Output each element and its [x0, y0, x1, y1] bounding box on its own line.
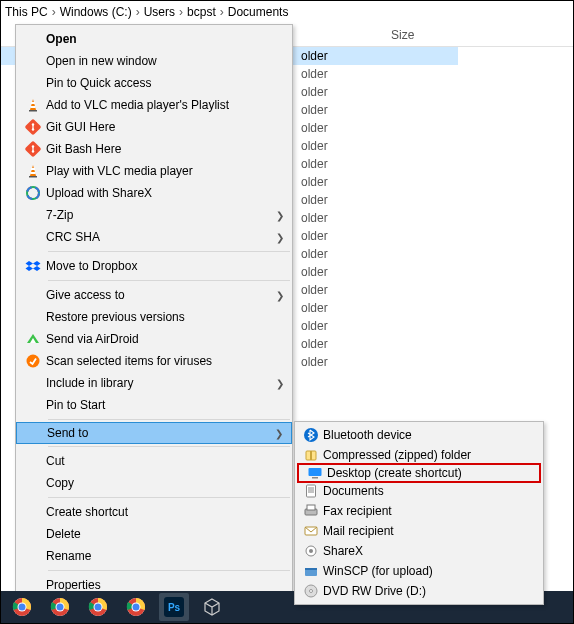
git-icon [20, 116, 46, 138]
menu-item-crc-sha[interactable]: CRC SHA❯ [16, 226, 292, 248]
menu-item-7-zip[interactable]: 7-Zip❯ [16, 204, 292, 226]
menu-item-include-in-library[interactable]: Include in library❯ [16, 372, 292, 394]
breadcrumb[interactable]: This PC › Windows (C:) › Users › bcpst ›… [1, 1, 573, 23]
disc-icon [299, 581, 323, 601]
blank-icon [20, 523, 46, 545]
blank-icon [20, 226, 46, 248]
svg-point-53 [95, 604, 102, 611]
menu-item-give-access-to[interactable]: Give access to❯ [16, 284, 292, 306]
menu-item-upload-with-sharex[interactable]: Upload with ShareX [16, 182, 292, 204]
blank-icon [20, 284, 46, 306]
menu-item-copy[interactable]: Copy [16, 472, 292, 494]
blank-icon [20, 545, 46, 567]
menu-item-label: Delete [46, 527, 268, 541]
menu-item-label: Open [46, 32, 268, 46]
submenu-item-dvd-rw-drive-d[interactable]: DVD RW Drive (D:) [295, 581, 543, 601]
svg-point-45 [19, 604, 26, 611]
menu-item-add-to-vlc-media-player-s-playlist[interactable]: Add to VLC media player's Playlist [16, 94, 292, 116]
submenu-item-label: Desktop (create shortcut) [327, 466, 533, 480]
svg-point-57 [133, 604, 140, 611]
menu-item-create-shortcut[interactable]: Create shortcut [16, 501, 292, 523]
breadcrumb-item[interactable]: Windows (C:) [60, 5, 132, 19]
chevron-right-icon: ❯ [276, 290, 284, 301]
svg-rect-3 [30, 106, 35, 108]
submenu-item-mail-recipient[interactable]: Mail recipient [295, 521, 543, 541]
svg-text:Ps: Ps [168, 602, 181, 613]
vlc-icon [20, 94, 46, 116]
menu-item-send-to[interactable]: Send to❯ [16, 422, 292, 444]
submenu-item-label: ShareX [323, 544, 535, 558]
submenu-item-label: Documents [323, 484, 535, 498]
breadcrumb-item[interactable]: Documents [228, 5, 289, 19]
taskbar-cube-icon[interactable] [197, 593, 227, 621]
winscp-icon [299, 561, 323, 581]
blank-icon [20, 306, 46, 328]
breadcrumb-item[interactable]: This PC [5, 5, 48, 19]
submenu-item-fax-recipient[interactable]: Fax recipient [295, 501, 543, 521]
submenu-item-bluetooth-device[interactable]: Bluetooth device [295, 425, 543, 445]
menu-item-pin-to-start[interactable]: Pin to Start [16, 394, 292, 416]
chevron-right-icon: › [177, 5, 185, 19]
menu-item-pin-to-quick-access[interactable]: Pin to Quick access [16, 72, 292, 94]
svg-rect-28 [312, 477, 318, 479]
svg-marker-0 [30, 99, 36, 110]
svg-rect-26 [310, 451, 312, 460]
menu-item-open-in-new-window[interactable]: Open in new window [16, 50, 292, 72]
taskbar-chrome-icon[interactable] [7, 593, 37, 621]
breadcrumb-item[interactable]: bcpst [187, 5, 216, 19]
desktop-icon [303, 463, 327, 483]
submenu-item-documents[interactable]: Documents [295, 481, 543, 501]
chevron-right-icon: ❯ [276, 378, 284, 389]
chevron-right-icon: ❯ [275, 428, 283, 439]
blank-icon [20, 472, 46, 494]
menu-item-label: CRC SHA [46, 230, 268, 244]
submenu-item-winscp-for-upload[interactable]: WinSCP (for upload) [295, 561, 543, 581]
menu-item-git-gui-here[interactable]: Git GUI Here [16, 116, 292, 138]
menu-item-rename[interactable]: Rename [16, 545, 292, 567]
submenu-item-sharex[interactable]: ShareX [295, 541, 543, 561]
sendto-submenu: Bluetooth deviceCompressed (zipped) fold… [294, 421, 544, 605]
menu-item-label: Pin to Start [46, 398, 268, 412]
menu-item-scan-selected-items-for-viruses[interactable]: Scan selected items for viruses [16, 350, 292, 372]
menu-item-label: Send via AirDroid [46, 332, 268, 346]
menu-item-label: Cut [46, 454, 268, 468]
menu-item-play-with-vlc-media-player[interactable]: Play with VLC media player [16, 160, 292, 182]
menu-item-restore-previous-versions[interactable]: Restore previous versions [16, 306, 292, 328]
menu-item-label: Copy [46, 476, 268, 490]
submenu-item-label: WinSCP (for upload) [323, 564, 535, 578]
submenu-item-compressed-zipped-folder[interactable]: Compressed (zipped) folder [295, 445, 543, 465]
bluetooth-icon [299, 425, 323, 445]
taskbar-chrome-icon[interactable] [83, 593, 113, 621]
taskbar-photoshop-icon[interactable]: Ps [159, 593, 189, 621]
menu-item-git-bash-here[interactable]: Git Bash Here [16, 138, 292, 160]
submenu-item-label: Compressed (zipped) folder [323, 448, 535, 462]
submenu-item-desktop-create-shortcut[interactable]: Desktop (create shortcut) [297, 463, 541, 483]
vlc-icon [20, 160, 46, 182]
menu-separator [48, 497, 290, 498]
chevron-right-icon: › [218, 5, 226, 19]
menu-item-delete[interactable]: Delete [16, 523, 292, 545]
menu-item-move-to-dropbox[interactable]: Move to Dropbox [16, 255, 292, 277]
svg-point-23 [27, 355, 40, 368]
blank-icon [21, 422, 47, 444]
menu-item-open[interactable]: Open [16, 28, 292, 50]
sharexg-icon [299, 541, 323, 561]
menu-item-cut[interactable]: Cut [16, 450, 292, 472]
svg-marker-22 [33, 266, 41, 271]
blank-icon [20, 50, 46, 72]
menu-item-send-via-airdroid[interactable]: Send via AirDroid [16, 328, 292, 350]
chevron-right-icon: ❯ [276, 232, 284, 243]
menu-item-label: Open in new window [46, 54, 268, 68]
breadcrumb-item[interactable]: Users [144, 5, 175, 19]
taskbar-chrome-icon[interactable] [121, 593, 151, 621]
dropbox-icon [20, 255, 46, 277]
airdroid-icon [20, 328, 46, 350]
column-header-size[interactable]: Size [381, 28, 461, 42]
menu-separator [48, 419, 290, 420]
svg-point-41 [310, 590, 313, 593]
git-icon [20, 138, 46, 160]
svg-rect-14 [31, 168, 35, 170]
taskbar-chrome-icon[interactable] [45, 593, 75, 621]
menu-item-label: Rename [46, 549, 268, 563]
svg-rect-39 [305, 568, 317, 570]
